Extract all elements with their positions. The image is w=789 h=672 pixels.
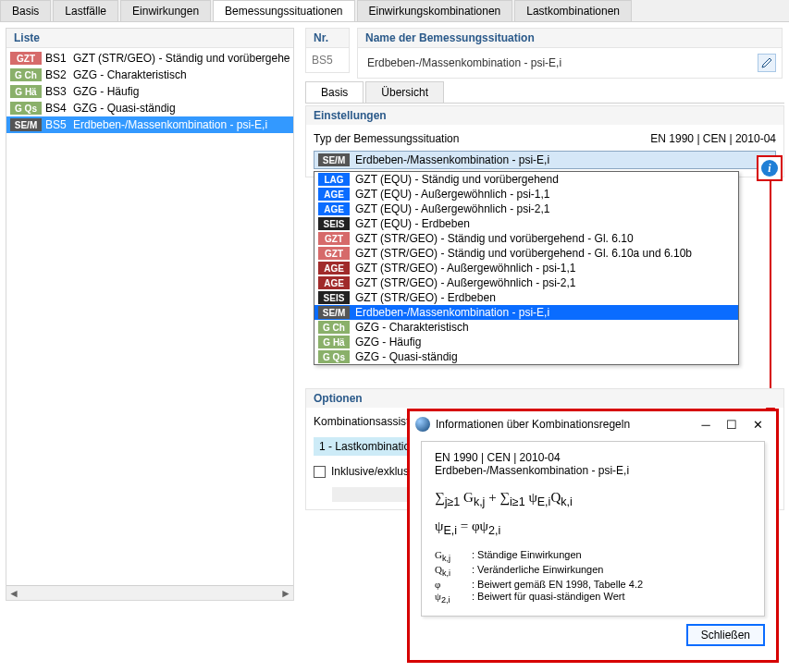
dropdown-option-text: GZT (EQU) - Außergewöhnlich - psi-2,1 [355, 202, 550, 215]
sub-tab-strip: BasisÜbersicht [305, 81, 784, 104]
dropdown-option-7[interactable]: AGEGZT (STR/GEO) - Außergewöhnlich - psi… [314, 275, 738, 290]
badge: G Qs [318, 350, 350, 363]
badge: SE/M [318, 306, 350, 319]
dropdown-option-10[interactable]: G ChGZG - Charakteristisch [314, 320, 738, 335]
inclusive-label: Inklusive/exklusiv [331, 465, 417, 478]
info-button[interactable]: i [761, 160, 778, 177]
list-code: BS5 [45, 118, 73, 131]
dropdown-option-11[interactable]: G HäGZG - Häufig [314, 335, 738, 349]
dropdown-option-12[interactable]: G QsGZG - Quasi-ständig [314, 349, 738, 364]
scroll-left-icon[interactable]: ◄ [6, 586, 21, 601]
badge: GZT [10, 52, 42, 65]
dropdown-option-0[interactable]: LAGGZT (EQU) - Ständig und vorübergehend [314, 172, 738, 187]
edit-name-button[interactable] [758, 54, 776, 72]
main-tab-strip: BasisLastfälleEinwirkungenBemessungssitu… [0, 0, 789, 22]
list-panel-title: Liste [6, 29, 293, 48]
inclusive-checkbox[interactable] [314, 466, 326, 478]
list-label: GZG - Quasi-ständig [73, 102, 290, 115]
minimize-button[interactable]: ─ [693, 413, 719, 435]
dropdown-option-text: GZT (EQU) - Erdbeben [355, 217, 470, 230]
badge: GZT [318, 247, 350, 260]
dropdown-option-9[interactable]: SE/MErdbeben-/Massenkombination - psi-E,… [314, 305, 738, 320]
badge: AGE [318, 202, 350, 215]
badge: SEIS [318, 217, 350, 230]
popup-title: Informationen über Kombinationsregeln [436, 418, 693, 431]
sub-tab-0[interactable]: Basis [305, 81, 364, 103]
legend-row: φ: Beiwert gemäß EN 1998, Tabelle 4.2 [435, 579, 751, 590]
legend-symbol: ψ2,i [435, 591, 462, 605]
popup-legend: Gk,j: Ständige EinwirkungenQk,i: Verände… [435, 549, 751, 605]
dropdown-option-text: GZT (STR/GEO) - Außergewöhnlich - psi-2,… [355, 276, 576, 289]
badge: LAG [318, 173, 350, 186]
badge: G Ch [318, 321, 350, 334]
dropdown-option-text: GZT (EQU) - Ständig und vorübergehend [355, 173, 559, 186]
list-item-BS2[interactable]: G ChBS2GZG - Charakteristisch [6, 67, 293, 83]
badge: G Qs [10, 102, 42, 115]
pencil-icon [761, 57, 772, 68]
badge: G Hä [10, 85, 42, 98]
dropdown-option-text: GZT (STR/GEO) - Erdbeben [355, 291, 496, 304]
combo-text: Erdbeben-/Massenkombination - psi-E,i [355, 153, 758, 166]
dropdown-option-6[interactable]: AGEGZT (STR/GEO) - Außergewöhnlich - psi… [314, 261, 738, 275]
list-item-BS5[interactable]: SE/MBS5Erdbeben-/Massenkombination - psi… [6, 116, 293, 133]
popup-formula-2: ψE,i = φψ2,i [435, 515, 751, 540]
main-tab-4[interactable]: Einwirkungskombinationen [357, 0, 513, 21]
close-x-button[interactable]: ✕ [745, 413, 771, 435]
norm-label: EN 1990 | CEN | 2010-04 [650, 132, 776, 145]
main-tab-5[interactable]: Lastkombinationen [514, 0, 632, 21]
list-body: GZTBS1GZT (STR/GEO) - Ständig und vorübe… [6, 48, 293, 584]
dropdown-option-8[interactable]: SEISGZT (STR/GEO) - Erdbeben [314, 290, 738, 305]
name-header: Name der Bemessungssituation [357, 28, 783, 48]
badge: SEIS [318, 291, 350, 304]
badge: AGE [318, 262, 350, 275]
list-code: BS3 [45, 85, 73, 98]
scroll-right-icon[interactable]: ► [278, 586, 293, 601]
legend-desc: : Beiwert gemäß EN 1998, Tabelle 4.2 [472, 579, 643, 590]
main-tab-1[interactable]: Lastfälle [53, 0, 118, 21]
popup-titlebar: Informationen über Kombinationsregeln ─ … [410, 411, 776, 437]
name-value: Erdbeben-/Massenkombination - psi-E,i [364, 55, 758, 71]
maximize-button[interactable]: ☐ [719, 413, 745, 435]
badge: AGE [318, 188, 350, 201]
dropdown-option-text: Erdbeben-/Massenkombination - psi-E,i [355, 306, 549, 319]
legend-desc: : Beiwert für quasi-ständigen Wert [472, 591, 624, 605]
dropdown-option-5[interactable]: GZTGZT (STR/GEO) - Ständig und vorüberge… [314, 246, 738, 261]
number-header: Nr. [305, 28, 350, 48]
popup-app-icon [415, 417, 430, 432]
name-group: Name der Bemessungssituation Erdbeben-/M… [357, 28, 783, 79]
main-tab-3[interactable]: Bemessungssituationen [213, 0, 354, 21]
dropdown-option-4[interactable]: GZTGZT (STR/GEO) - Ständig und vorüberge… [314, 231, 738, 246]
list-code: BS2 [45, 68, 73, 81]
list-label: Erdbeben-/Massenkombination - psi-E,i [73, 118, 290, 131]
legend-desc: : Ständige Einwirkungen [472, 549, 582, 563]
legend-symbol: φ [435, 579, 462, 590]
dropdown-option-text: GZT (STR/GEO) - Außergewöhnlich - psi-1,… [355, 262, 576, 275]
list-item-BS4[interactable]: G QsBS4GZG - Quasi-ständig [6, 100, 293, 116]
type-combobox[interactable]: SE/M Erdbeben-/Massenkombination - psi-E… [314, 151, 776, 169]
popup-norm: EN 1990 | CEN | 2010-04 [435, 451, 751, 464]
options-title: Optionen [306, 389, 783, 408]
dropdown-option-text: GZG - Häufig [355, 336, 421, 348]
legend-symbol: Gk,j [435, 549, 462, 563]
number-value: BS5 [312, 54, 333, 67]
list-label: GZT (STR/GEO) - Ständig und vorübergehen… [73, 52, 290, 65]
badge: AGE [318, 276, 350, 289]
horizontal-scrollbar[interactable]: ◄ ► [6, 585, 293, 600]
badge: G Ch [10, 68, 42, 81]
dropdown-option-1[interactable]: AGEGZT (EQU) - Außergewöhnlich - psi-1,1 [314, 187, 738, 202]
type-dropdown: LAGGZT (EQU) - Ständig und vorübergehend… [314, 171, 739, 365]
dropdown-option-text: GZT (STR/GEO) - Ständig und vorübergehen… [355, 247, 692, 260]
main-tab-0[interactable]: Basis [0, 0, 51, 21]
main-tab-2[interactable]: Einwirkungen [120, 0, 211, 21]
dropdown-option-text: GZT (STR/GEO) - Ständig und vorübergehen… [355, 232, 634, 245]
dropdown-option-2[interactable]: AGEGZT (EQU) - Außergewöhnlich - psi-2,1 [314, 202, 738, 216]
type-label: Typ der Bemessungssituation [314, 132, 459, 145]
legend-row: ψ2,i: Beiwert für quasi-ständigen Wert [435, 591, 751, 605]
info-popup: Informationen über Kombinationsregeln ─ … [407, 409, 779, 663]
sub-tab-1[interactable]: Übersicht [365, 81, 444, 103]
dropdown-option-text: GZG - Quasi-ständig [355, 350, 458, 363]
dropdown-option-3[interactable]: SEISGZT (EQU) - Erdbeben [314, 216, 738, 231]
list-item-BS3[interactable]: G HäBS3GZG - Häufig [6, 83, 293, 100]
list-item-BS1[interactable]: GZTBS1GZT (STR/GEO) - Ständig und vorübe… [6, 50, 293, 67]
popup-close-button[interactable]: Schließen [686, 624, 765, 646]
